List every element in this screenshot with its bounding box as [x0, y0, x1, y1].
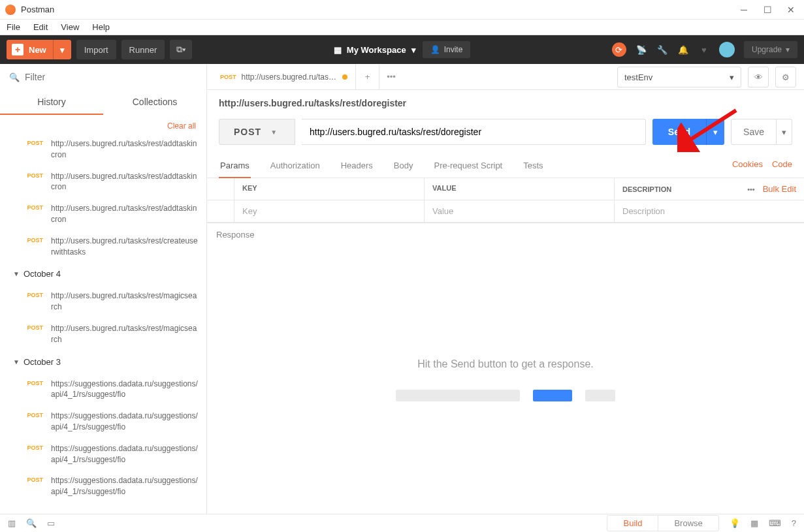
param-desc-input[interactable]: Description: [615, 200, 804, 222]
unsaved-dot-icon: [342, 74, 347, 80]
param-value-input[interactable]: Value: [425, 200, 615, 222]
person-add-icon: 👤: [430, 45, 440, 54]
caret-down-icon: ▼: [13, 358, 20, 366]
menu-edit[interactable]: Edit: [33, 22, 48, 32]
console-icon[interactable]: ▭: [47, 518, 55, 528]
params-desc-header: DESCRIPTION ••• Bulk Edit: [615, 178, 804, 200]
chevron-down-icon: ▼: [270, 129, 278, 136]
layout-toggle[interactable]: Build Browse: [607, 515, 718, 531]
window-title: Postman: [21, 5, 740, 14]
params-grid: KEY VALUE DESCRIPTION ••• Bulk Edit Key …: [207, 178, 804, 223]
menubar: File Edit View Help: [0, 20, 804, 35]
tab-collections[interactable]: Collections: [103, 90, 206, 115]
history-item[interactable]: POSThttps://suggestions.dadata.ru/sugges…: [0, 373, 206, 406]
response-hint: Hit the Send button to get a response.: [417, 358, 594, 370]
response-label: Response: [207, 223, 804, 246]
history-item[interactable]: POSThttps://suggestions.dadata.ru/sugges…: [0, 470, 206, 503]
subtab-authorization[interactable]: Authorization: [269, 154, 321, 178]
wrench-icon[interactable]: 🔧: [656, 44, 668, 55]
runner-button[interactable]: Runner: [121, 40, 165, 59]
main-area: testEnv▾ 👁 ⚙ POST http://users.bugred.ru…: [207, 64, 804, 514]
search-icon: 🔍: [9, 72, 20, 82]
request-tab[interactable]: POST http://users.bugred.ru/tasks/re: [212, 64, 356, 89]
history-item[interactable]: POSThttps://suggestions.dadata.ru/sugges…: [0, 438, 206, 471]
find-icon[interactable]: 🔍: [26, 518, 37, 528]
add-tab-button[interactable]: +: [356, 64, 379, 89]
notifications-icon[interactable]: 🔔: [677, 44, 689, 55]
close-icon[interactable]: ✕: [787, 6, 795, 14]
history-date[interactable]: ▼October 3: [0, 351, 206, 373]
params-key-header: KEY: [234, 178, 425, 200]
history-item[interactable]: POSThttp://users.bugred.ru/tasks/rest/ad…: [0, 133, 206, 166]
bulk-edit-link[interactable]: Bulk Edit: [763, 184, 796, 194]
response-placeholder-graphic: [396, 390, 615, 401]
quicklook-icon[interactable]: 👁: [748, 67, 769, 87]
upgrade-button[interactable]: Upgrade▾: [744, 41, 797, 58]
history-date[interactable]: ▼October 4: [0, 262, 206, 285]
clear-all-link[interactable]: Clear all: [0, 115, 206, 133]
cookies-link[interactable]: Cookies: [732, 159, 763, 169]
annotation-arrow-icon: [677, 106, 743, 154]
tab-options-button[interactable]: •••: [379, 64, 403, 89]
bootcamp-icon[interactable]: 💡: [730, 518, 740, 528]
menu-help[interactable]: Help: [92, 22, 110, 32]
code-link[interactable]: Code: [772, 159, 792, 169]
subtab-tests[interactable]: Tests: [522, 154, 544, 178]
chevron-down-icon: ▾: [411, 45, 416, 55]
postman-logo-icon: [5, 5, 16, 15]
url-input[interactable]: [302, 119, 646, 145]
menu-file[interactable]: File: [7, 22, 20, 32]
subtab-headers[interactable]: Headers: [340, 154, 374, 178]
open-new-window-button[interactable]: ⧉▾: [170, 40, 192, 59]
history-item[interactable]: POSThttp://users.bugred.ru/tasks/rest/ad…: [0, 198, 206, 230]
heart-icon[interactable]: ♥: [698, 44, 710, 55]
tab-title: http://users.bugred.ru/tasks/re: [242, 72, 337, 82]
tab-method-label: POST: [220, 74, 236, 80]
settings-icon[interactable]: ⚙: [775, 67, 796, 87]
invite-button[interactable]: 👤 Invite: [423, 41, 471, 58]
menu-view[interactable]: View: [61, 22, 79, 32]
two-pane-icon[interactable]: ▦: [750, 518, 758, 528]
environment-select[interactable]: testEnv▾: [617, 67, 741, 87]
satellite-icon[interactable]: 📡: [635, 44, 647, 55]
new-button[interactable]: + New ▾: [7, 40, 71, 59]
titlebar: Postman ─ ☐ ✕: [0, 0, 804, 20]
subtab-params[interactable]: Params: [219, 154, 251, 178]
chevron-down-icon: ▾: [730, 72, 734, 82]
chevron-down-icon: ▾: [786, 45, 790, 54]
params-checkbox-header: [207, 178, 234, 200]
sidebar: 🔍 History Collections Clear all POSThttp…: [0, 64, 207, 514]
app-header: + New ▾ Import Runner ⧉▾ ▦ My Workspace …: [0, 35, 804, 64]
sync-icon[interactable]: ⟳: [612, 42, 626, 57]
workspace-selector[interactable]: ▦ My Workspace ▾: [334, 45, 416, 55]
svg-line-1: [685, 110, 736, 143]
history-item[interactable]: POSThttps://suggestions.dadata.ru/sugges…: [0, 405, 206, 438]
import-button[interactable]: Import: [76, 40, 116, 59]
subtab-prerequest[interactable]: Pre-request Script: [432, 154, 504, 178]
minimize-icon[interactable]: ─: [740, 6, 748, 14]
grid-icon: ▦: [334, 45, 342, 55]
more-icon[interactable]: •••: [747, 185, 755, 193]
shortcuts-icon[interactable]: ⌨: [769, 518, 781, 528]
param-row-checkbox[interactable]: [207, 200, 234, 222]
history-item[interactable]: POSThttp://users.bugred.ru/tasks/rest/ma…: [0, 318, 206, 351]
new-dropdown-icon[interactable]: ▾: [53, 40, 71, 59]
maximize-icon[interactable]: ☐: [764, 6, 771, 14]
history-item[interactable]: POSThttp://users.bugred.ru/tasks/rest/ad…: [0, 166, 206, 198]
plus-icon: +: [12, 44, 24, 55]
caret-down-icon: ▼: [13, 270, 20, 277]
subtab-body[interactable]: Body: [393, 154, 415, 178]
history-item[interactable]: POSThttp://users.bugred.ru/tasks/rest/cr…: [0, 230, 206, 263]
method-select[interactable]: POST▼: [219, 119, 295, 145]
history-item[interactable]: POSThttp://users.bugred.ru/tasks/rest/ma…: [0, 285, 206, 318]
filter-input[interactable]: [25, 72, 197, 82]
sidebar-toggle-icon[interactable]: ▥: [8, 518, 16, 528]
save-dropdown[interactable]: ▾: [777, 119, 792, 145]
help-icon[interactable]: ?: [792, 518, 796, 528]
params-value-header: VALUE: [425, 178, 615, 200]
tab-history[interactable]: History: [0, 90, 103, 115]
param-key-input[interactable]: Key: [234, 200, 425, 222]
avatar[interactable]: [719, 42, 735, 57]
statusbar: ▥ 🔍 ▭ Build Browse 💡 ▦ ⌨ ?: [0, 514, 804, 532]
